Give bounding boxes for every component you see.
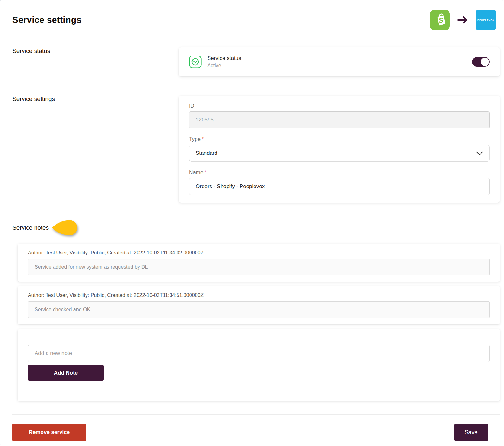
service-notes-heading: Service notes [12,218,500,237]
service-settings-section: Service settings ID Type* Standard [12,87,500,210]
status-texts: Service status Active [207,55,241,69]
id-field-group: ID [189,103,490,128]
note-text-box: Service checked and OK [28,301,490,318]
status-card-title: Service status [207,55,241,62]
service-settings-section-label: Service settings [12,87,179,210]
type-select-value: Standard [196,150,217,156]
status-check-icon [189,56,202,68]
note-text-box: Service added for new system as requeste… [28,259,490,275]
required-asterisk: * [202,136,204,142]
service-status-toggle[interactable] [472,57,490,67]
footer-actions: Remove service Save [12,424,500,441]
id-input [189,111,490,128]
divider [12,210,500,210]
shopify-logo-icon: S [430,10,450,30]
service-status-card: Service status Active [179,47,500,76]
note-meta: Author: Test User, Visibility: Public, C… [28,249,490,256]
service-settings-card: ID Type* Standard Name* [179,96,500,203]
service-status-section-label: Service status [12,40,179,87]
divider [12,414,500,415]
add-note-card: Add Note [18,329,500,401]
name-input[interactable] [189,178,490,195]
add-note-button[interactable]: Add Note [28,365,104,381]
type-label: Type* [189,136,490,142]
peoplevox-logo-text: PEOPLEVOX [477,19,494,22]
chevron-down-icon [476,151,483,155]
name-field-group: Name* [189,169,490,195]
toggle-knob [481,58,489,66]
service-notes-section: Service notes Author: Test User, Visibil… [12,218,500,401]
integration-logos: S PEOPLEVOX [430,10,500,30]
note-meta: Author: Test User, Visibility: Public, C… [28,292,490,299]
name-label: Name* [189,169,490,176]
save-button[interactable]: Save [454,424,488,441]
note-card: Author: Test User, Visibility: Public, C… [18,244,500,282]
type-select[interactable]: Standard [189,145,490,162]
callout-pointer-icon [51,218,79,237]
note-card: Author: Test User, Visibility: Public, C… [18,286,500,324]
shopify-logo-letter: S [438,16,443,24]
type-field-group: Type* Standard [189,136,490,162]
add-note-input[interactable] [28,345,490,362]
service-status-section: Service status Service status Active [12,40,500,87]
service-notes-section-label: Service notes [12,224,49,231]
required-asterisk: * [204,169,206,175]
peoplevox-logo: PEOPLEVOX [476,10,496,30]
page-title: Service settings [12,15,81,25]
remove-service-button[interactable]: Remove service [12,424,86,441]
arrow-right-icon [457,16,468,24]
status-value-text: Active [207,63,241,69]
id-label: ID [189,103,490,109]
page-header: Service settings S PEOPLEVOX [12,0,500,40]
service-settings-page: Service settings S PEOPLEVOX Service sta [0,0,503,445]
